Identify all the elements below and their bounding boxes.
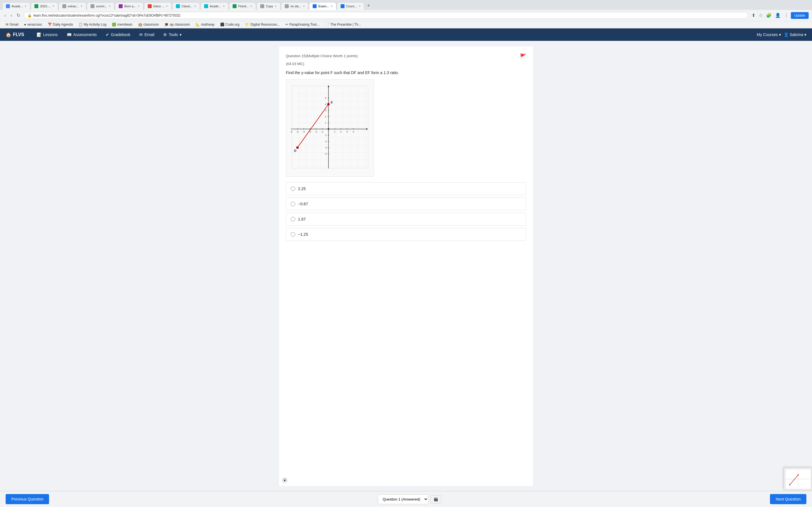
tab-summ[interactable]: summ... × xyxy=(87,2,114,10)
paraphrasing-icon: ✂ xyxy=(285,22,288,26)
user-button[interactable]: 👤 Sabrina ▾ xyxy=(784,33,806,37)
bookmark-ap-classroom[interactable]: 🎓 ap classroom xyxy=(162,22,192,27)
user-label: Sabrina xyxy=(790,33,803,37)
bottom-bar: Previous Question Question 1 (Answered) … xyxy=(0,491,812,492)
my-courses-button[interactable]: My Courses ▾ xyxy=(757,33,781,37)
codeorg-icon: ⬛ xyxy=(220,22,224,26)
tab-florid[interactable]: Florid... × xyxy=(229,2,256,10)
tab-bar: Acade... × 2022-... × extrac... × summ..… xyxy=(0,0,812,10)
tab-close-icon[interactable]: × xyxy=(194,4,196,8)
tab-close-icon[interactable]: × xyxy=(331,4,333,8)
tab-close-icon[interactable]: × xyxy=(303,4,305,8)
answer-choice-3[interactable]: 1.67 xyxy=(286,213,526,226)
update-button[interactable]: Update xyxy=(791,12,809,19)
nav-email[interactable]: ✉ Email xyxy=(135,30,158,39)
membean-icon: 🟩 xyxy=(112,22,116,26)
bookmark-gmail[interactable]: ✉ Gmail xyxy=(3,22,20,27)
bookmark-activity-log[interactable]: 📋 My Activity Log xyxy=(76,22,109,27)
bookmark-classroom[interactable]: 🏫 classroom xyxy=(136,22,161,27)
share-icon[interactable]: ⬆ xyxy=(751,11,756,19)
svg-text:1: 1 xyxy=(325,121,326,124)
bookmark-gmail-label: Gmail xyxy=(10,22,18,26)
tab-nosla[interactable]: no sla... × xyxy=(281,2,309,10)
bookmark-mathway[interactable]: 📐 mathway xyxy=(193,22,217,27)
svg-text:1: 1 xyxy=(334,130,335,133)
svg-point-54 xyxy=(789,484,790,485)
new-tab-button[interactable]: + xyxy=(365,2,372,10)
tab-extrac[interactable]: extrac... × xyxy=(59,2,86,10)
toolbar-icons: ⬆ ☆ 🧩 👤 ⋮ Update xyxy=(751,11,809,19)
bookmark-icon[interactable]: ☆ xyxy=(758,11,764,19)
bookmark-codeorg[interactable]: ⬛ Code.org xyxy=(218,22,242,27)
lessons-icon: 📝 xyxy=(37,33,42,37)
flag-button[interactable]: 🚩 xyxy=(520,53,526,59)
scroll-down-indicator[interactable]: ▼ xyxy=(282,477,288,483)
bookmark-classroom-label: classroom xyxy=(144,22,159,26)
svg-text:-2: -2 xyxy=(315,130,317,133)
answer-choice-2[interactable]: −0.67 xyxy=(286,198,526,210)
tab-close-icon[interactable]: × xyxy=(138,4,140,8)
tab-cours[interactable]: Cours... × xyxy=(337,2,364,10)
question-header: Question 15(Multiple Choice Worth 1 poin… xyxy=(286,53,526,59)
svg-text:E: E xyxy=(331,101,333,104)
app-logo-text: FLVS xyxy=(13,32,24,37)
tab-close-icon[interactable]: × xyxy=(359,4,361,8)
bookmark-daily-agenda[interactable]: 📅 Daily Agenda xyxy=(45,22,75,27)
tab-copy[interactable]: Copy × xyxy=(257,2,281,10)
bookmark-ap-classroom-label: ap classroom xyxy=(170,22,190,26)
profile-icon[interactable]: 👤 xyxy=(774,11,782,19)
question-number: Question 15(Multiple Choice Worth 1 poin… xyxy=(286,53,358,58)
answer-radio-3[interactable] xyxy=(291,217,295,221)
back-button[interactable]: ‹ xyxy=(3,12,7,19)
bookmark-preamble[interactable]: 📄 The Preamble | Th... xyxy=(323,22,363,27)
reload-button[interactable]: ↻ xyxy=(15,11,21,19)
url-box[interactable]: 🔒 learn.flvs.net/educator/student/examfo… xyxy=(24,12,749,19)
app-logo[interactable]: 🏠 FLVS xyxy=(6,32,24,38)
tab-close-icon[interactable]: × xyxy=(24,4,27,8)
extension-icon[interactable]: 🧩 xyxy=(765,11,773,19)
bookmark-membean[interactable]: 🟩 membean xyxy=(110,22,135,27)
svg-text:3: 3 xyxy=(346,130,348,133)
answer-radio-2[interactable] xyxy=(291,202,295,206)
svg-text:-2: -2 xyxy=(324,140,327,143)
tab-close-icon[interactable]: × xyxy=(166,4,168,8)
classroom-icon: 🏫 xyxy=(138,22,142,26)
tab-inbox[interactable]: Inbox ... × xyxy=(144,2,172,10)
tab-close-icon[interactable]: × xyxy=(109,4,111,8)
nav-gradebook[interactable]: ✔ Gradebook xyxy=(102,30,134,39)
home-icon: 🏠 xyxy=(6,32,11,38)
nav-lessons[interactable]: 📝 Lessons xyxy=(33,30,62,39)
nav-assessments[interactable]: 📖 Assessments xyxy=(63,30,101,39)
tab-2022[interactable]: 2022-... × xyxy=(31,2,58,10)
nav-lessons-label: Lessons xyxy=(43,33,58,37)
answer-choice-1[interactable]: 2.25 xyxy=(286,182,526,195)
svg-point-41 xyxy=(327,128,329,130)
tab-born[interactable]: Born a... × xyxy=(115,2,144,10)
answer-choice-4[interactable]: −1.25 xyxy=(286,228,526,241)
tab-acade-2[interactable]: Acade... × xyxy=(200,2,229,10)
tab-exam[interactable]: Exam... × xyxy=(309,2,336,10)
user-icon: 👤 xyxy=(784,33,789,37)
answer-radio-4[interactable] xyxy=(291,232,295,237)
browser-chrome: Acade... × 2022-... × extrac... × summ..… xyxy=(0,0,812,29)
main-content: Question 15(Multiple Choice Worth 1 poin… xyxy=(0,41,812,492)
tab-close-icon[interactable]: × xyxy=(81,4,83,8)
svg-point-45 xyxy=(327,103,329,105)
tab-close-icon[interactable]: × xyxy=(52,4,54,8)
nav-tools[interactable]: ⚙ Tools ▾ xyxy=(159,30,186,39)
tab-close-icon[interactable]: × xyxy=(223,4,225,8)
mathway-icon: 📐 xyxy=(196,22,200,26)
answer-radio-1[interactable] xyxy=(291,186,295,191)
answer-label-1: 2.25 xyxy=(298,186,306,191)
bookmark-veracross[interactable]: ● veracross xyxy=(22,22,44,27)
tab-close-icon[interactable]: × xyxy=(250,4,252,8)
forward-button[interactable]: › xyxy=(9,12,13,19)
bookmark-paraphrasing[interactable]: ✂ Paraphrasing Tool... xyxy=(283,22,322,27)
mini-preview xyxy=(784,467,812,490)
tab-close-icon[interactable]: × xyxy=(275,4,277,8)
bookmark-digital-resources[interactable]: 📁 Digital Resources... xyxy=(243,22,282,27)
settings-icon[interactable]: ⋮ xyxy=(783,11,790,19)
tab-classi[interactable]: Classi... × xyxy=(172,2,200,10)
svg-text:4: 4 xyxy=(352,130,354,133)
tab-acade-1[interactable]: Acade... × xyxy=(2,2,30,10)
